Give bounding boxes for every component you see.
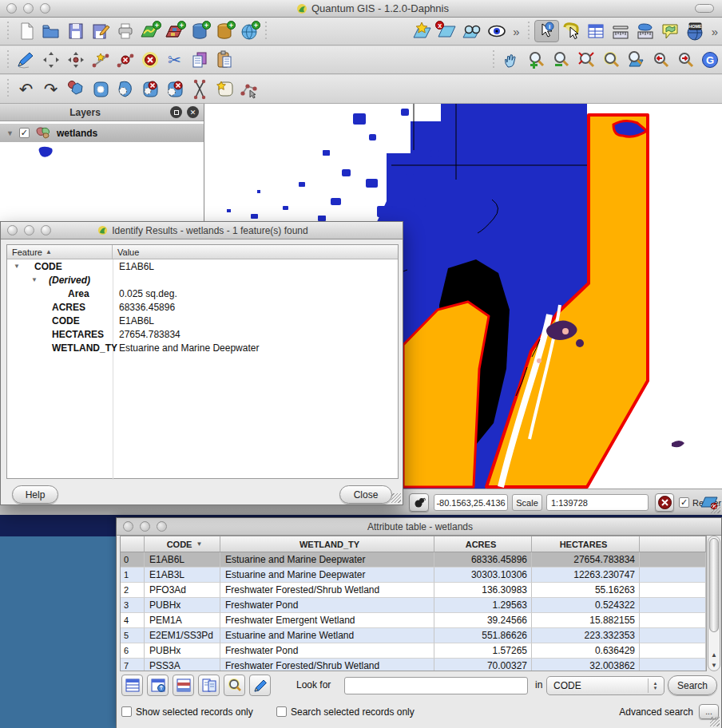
close-window-button[interactable]	[6, 3, 17, 14]
map-tips-icon[interactable]	[658, 20, 683, 42]
identify-features-icon[interactable]: i	[534, 20, 559, 42]
add-wms-layer-icon[interactable]: +	[236, 20, 261, 42]
coordinate-capture-button[interactable]	[409, 493, 429, 512]
add-database-layer-icon[interactable]: +	[212, 20, 236, 42]
window-resize-grip[interactable]	[711, 504, 720, 513]
print-composer-icon[interactable]	[113, 20, 137, 42]
toolbar-grip[interactable]	[6, 79, 11, 99]
dialog-resize-grip[interactable]	[391, 493, 401, 503]
zoom-window-button[interactable]	[40, 3, 50, 14]
scale-input[interactable]: 1:139728	[546, 494, 649, 511]
new-bookmark-icon[interactable]	[410, 20, 434, 42]
redo-icon[interactable]: ↷	[38, 78, 63, 101]
minimize-window-button[interactable]	[24, 225, 34, 235]
invert-selection-button[interactable]	[173, 675, 194, 696]
remove-layer-icon[interactable]: x	[434, 20, 459, 42]
toolbar-overflow-icon[interactable]: »	[509, 25, 523, 38]
look-for-input[interactable]	[344, 677, 528, 694]
toolbar-grip[interactable]	[491, 50, 497, 69]
table-row[interactable]: 0E1AB6LEstuarine and Marine Deepwater683…	[121, 552, 706, 568]
minimize-window-button[interactable]	[23, 3, 34, 14]
table-row[interactable]: 7PSS3AFreshwater Forested/Shrub Wetland7…	[121, 659, 706, 671]
close-panel-icon[interactable]: ✕	[187, 106, 199, 118]
table-row[interactable]: 2PFO3AdFreshwater Forested/Shrub Wetland…	[121, 583, 706, 598]
table-row[interactable]: 6PUBHxFreshwater Pond1.572650.636429	[121, 643, 706, 659]
table-row[interactable]: 5E2EM1/SS3PdEstuarine and Marine Wetland…	[121, 628, 706, 643]
detach-panel-icon[interactable]	[170, 106, 182, 118]
zoom-out-icon[interactable]	[549, 49, 573, 71]
column-header-acres[interactable]: ACRES	[434, 536, 532, 552]
twisty-icon[interactable]: ▼	[31, 276, 39, 283]
zoom-to-layer-icon[interactable]	[623, 49, 648, 71]
split-features-icon[interactable]	[187, 78, 212, 101]
zoom-in-icon[interactable]	[524, 49, 549, 71]
column-header-code[interactable]: CODE▼	[145, 536, 220, 552]
zoom-window-button[interactable]	[41, 225, 51, 235]
toolbar-toggle-lozenge[interactable]	[695, 4, 714, 13]
zoom-next-icon[interactable]	[672, 49, 697, 71]
scroll-down-icon[interactable]: ▼	[708, 660, 720, 671]
toolbar-grip[interactable]	[264, 22, 269, 41]
toolbar-grip[interactable]	[6, 50, 11, 69]
merge-features-icon[interactable]	[212, 78, 236, 101]
table-row[interactable]: 3PUBHxFreshwater Pond1.295630.524322	[121, 598, 706, 613]
column-header-wetland-ty[interactable]: WETLAND_TY	[220, 536, 434, 552]
select-features-icon[interactable]	[559, 20, 584, 42]
open-attribute-table-icon[interactable]	[584, 20, 609, 42]
measure-line-icon[interactable]	[609, 20, 633, 42]
column-header-hectares[interactable]: HECTARES	[532, 536, 640, 552]
row-number-header[interactable]	[121, 536, 145, 552]
copy-selected-rows-button[interactable]	[198, 675, 220, 696]
unselect-all-button[interactable]	[121, 675, 143, 696]
tree-row[interactable]: ▼CODEE1AB6L	[7, 259, 398, 273]
twisty-icon[interactable]: ▼	[14, 263, 22, 270]
save-project-icon[interactable]	[63, 20, 88, 42]
tree-row[interactable]: CODEE1AB6L	[7, 314, 398, 327]
close-window-button[interactable]	[123, 521, 133, 532]
toolbar-grip[interactable]	[526, 22, 532, 41]
add-part-icon[interactable]	[113, 78, 137, 101]
paste-features-icon[interactable]	[212, 49, 236, 71]
zoom-full-icon[interactable]	[573, 49, 598, 71]
zoom-to-selection-icon[interactable]	[598, 49, 623, 71]
value-column-header[interactable]: Value	[113, 247, 398, 257]
minimize-window-button[interactable]	[140, 521, 150, 532]
add-vertex-icon[interactable]	[88, 49, 113, 71]
delete-part-icon[interactable]	[162, 78, 187, 101]
tree-row[interactable]: ACRES68336.45896	[7, 300, 398, 314]
add-raster-layer-icon[interactable]: +	[162, 20, 187, 42]
delete-selected-icon[interactable]	[137, 49, 162, 71]
stop-render-button[interactable]	[655, 493, 674, 512]
field-selector-dropdown[interactable]: CODE ▲▼	[546, 676, 664, 695]
layer-row-wetlands[interactable]: ▼ ✓ wetlands	[0, 124, 204, 142]
search-button[interactable]: Search	[668, 675, 717, 695]
open-project-icon[interactable]	[38, 20, 63, 42]
refresh-icon[interactable]: G	[697, 49, 722, 71]
zoom-home-icon[interactable]: HOME	[683, 20, 708, 42]
close-window-button[interactable]	[7, 225, 18, 235]
zoom-to-selected-button[interactable]	[224, 675, 245, 696]
zoom-last-icon[interactable]	[648, 49, 672, 71]
delete-ring-icon[interactable]	[137, 78, 162, 101]
delete-vertex-icon[interactable]	[113, 49, 137, 71]
cut-features-icon[interactable]: ✂	[162, 49, 187, 71]
toggle-editing-icon[interactable]	[14, 49, 38, 71]
table-row[interactable]: 1E1AB3LEstuarine and Marine Deepwater303…	[121, 568, 706, 583]
options-eye-icon[interactable]	[484, 20, 509, 42]
expand-layer-icon[interactable]: ▼	[6, 129, 14, 137]
undo-icon[interactable]: ↶	[14, 78, 38, 101]
add-vector-layer-icon[interactable]: +	[137, 20, 162, 42]
close-button[interactable]: Close	[339, 485, 392, 504]
show-selected-checkbox[interactable]	[121, 706, 132, 717]
save-project-as-icon[interactable]	[88, 20, 113, 42]
layer-visibility-checkbox[interactable]: ✓	[19, 128, 30, 138]
tree-row[interactable]: Area0.025 sq.deg.	[7, 287, 398, 300]
toolbar-grip[interactable]	[6, 22, 11, 41]
toolbar-overflow-icon[interactable]: »	[708, 25, 722, 38]
search-selected-checkbox[interactable]	[276, 706, 287, 717]
move-selected-to-top-button[interactable]	[147, 675, 169, 696]
zoom-window-button[interactable]	[157, 521, 167, 532]
show-bookmarks-icon[interactable]	[459, 20, 484, 42]
toggle-editing-button[interactable]	[249, 675, 271, 696]
add-ring-icon[interactable]	[88, 78, 113, 101]
